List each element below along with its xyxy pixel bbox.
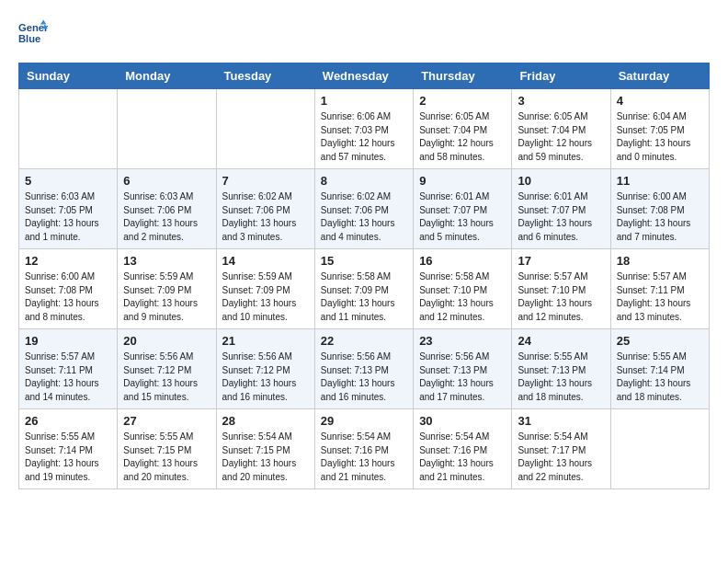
logo: General Blue	[18, 18, 55, 48]
logo-icon: General Blue	[18, 18, 48, 48]
day-number: 22	[321, 334, 407, 348]
cell-info: Sunrise: 6:03 AM Sunset: 7:05 PM Dayligh…	[25, 190, 111, 244]
cell-info: Sunrise: 6:02 AM Sunset: 7:06 PM Dayligh…	[321, 190, 407, 244]
calendar-cell: 31Sunrise: 5:54 AM Sunset: 7:17 PM Dayli…	[512, 409, 610, 489]
day-number: 16	[419, 254, 506, 268]
calendar-cell: 4Sunrise: 6:04 AM Sunset: 7:05 PM Daylig…	[610, 89, 709, 169]
calendar-cell: 17Sunrise: 5:57 AM Sunset: 7:10 PM Dayli…	[512, 249, 610, 329]
calendar-cell: 20Sunrise: 5:56 AM Sunset: 7:12 PM Dayli…	[118, 329, 216, 409]
day-number: 13	[123, 254, 210, 268]
calendar-cell: 8Sunrise: 6:02 AM Sunset: 7:06 PM Daylig…	[314, 169, 413, 249]
day-number: 7	[222, 174, 309, 188]
calendar-cell: 23Sunrise: 5:56 AM Sunset: 7:13 PM Dayli…	[414, 329, 512, 409]
cell-info: Sunrise: 5:55 AM Sunset: 7:14 PM Dayligh…	[25, 431, 111, 484]
cell-info: Sunrise: 6:06 AM Sunset: 7:03 PM Dayligh…	[321, 110, 407, 164]
day-number: 25	[617, 334, 703, 348]
cell-info: Sunrise: 6:00 AM Sunset: 7:08 PM Dayligh…	[25, 270, 111, 324]
day-number: 4	[617, 94, 703, 108]
day-number: 3	[518, 94, 604, 108]
calendar-week-row: 5Sunrise: 6:03 AM Sunset: 7:05 PM Daylig…	[19, 169, 710, 249]
weekday-header: Monday	[118, 63, 216, 89]
day-number: 27	[123, 414, 210, 428]
cell-info: Sunrise: 5:56 AM Sunset: 7:12 PM Dayligh…	[222, 350, 309, 404]
cell-info: Sunrise: 5:56 AM Sunset: 7:12 PM Dayligh…	[123, 350, 210, 404]
cell-info: Sunrise: 5:54 AM Sunset: 7:16 PM Dayligh…	[419, 431, 506, 484]
day-number: 26	[25, 414, 111, 428]
cell-info: Sunrise: 5:56 AM Sunset: 7:13 PM Dayligh…	[321, 350, 407, 404]
day-number: 21	[222, 334, 309, 348]
calendar-cell: 6Sunrise: 6:03 AM Sunset: 7:06 PM Daylig…	[118, 169, 216, 249]
weekday-header: Thursday	[414, 63, 512, 89]
cell-info: Sunrise: 5:54 AM Sunset: 7:15 PM Dayligh…	[222, 431, 309, 484]
weekday-header: Saturday	[610, 63, 709, 89]
cell-info: Sunrise: 5:59 AM Sunset: 7:09 PM Dayligh…	[123, 270, 210, 324]
cell-info: Sunrise: 6:05 AM Sunset: 7:04 PM Dayligh…	[419, 110, 506, 164]
cell-info: Sunrise: 6:04 AM Sunset: 7:05 PM Dayligh…	[617, 110, 703, 164]
page-header: General Blue	[18, 18, 710, 48]
day-number: 30	[419, 414, 506, 428]
calendar-cell: 3Sunrise: 6:05 AM Sunset: 7:04 PM Daylig…	[512, 89, 610, 169]
cell-info: Sunrise: 6:01 AM Sunset: 7:07 PM Dayligh…	[518, 190, 604, 244]
day-number: 24	[518, 334, 604, 348]
calendar-cell: 19Sunrise: 5:57 AM Sunset: 7:11 PM Dayli…	[19, 329, 118, 409]
cell-info: Sunrise: 5:59 AM Sunset: 7:09 PM Dayligh…	[222, 270, 309, 324]
calendar-cell	[19, 89, 118, 169]
weekday-header: Wednesday	[314, 63, 413, 89]
calendar-cell: 16Sunrise: 5:58 AM Sunset: 7:10 PM Dayli…	[414, 249, 512, 329]
cell-info: Sunrise: 5:54 AM Sunset: 7:17 PM Dayligh…	[518, 431, 604, 484]
calendar-cell: 12Sunrise: 6:00 AM Sunset: 7:08 PM Dayli…	[19, 249, 118, 329]
day-number: 14	[222, 254, 309, 268]
day-number: 23	[419, 334, 506, 348]
calendar-cell: 10Sunrise: 6:01 AM Sunset: 7:07 PM Dayli…	[512, 169, 610, 249]
cell-info: Sunrise: 5:57 AM Sunset: 7:11 PM Dayligh…	[25, 350, 111, 404]
calendar-cell: 11Sunrise: 6:00 AM Sunset: 7:08 PM Dayli…	[610, 169, 709, 249]
cell-info: Sunrise: 6:00 AM Sunset: 7:08 PM Dayligh…	[617, 190, 703, 244]
calendar-cell: 14Sunrise: 5:59 AM Sunset: 7:09 PM Dayli…	[216, 249, 314, 329]
calendar-cell: 18Sunrise: 5:57 AM Sunset: 7:11 PM Dayli…	[610, 249, 709, 329]
calendar-header-row: SundayMondayTuesdayWednesdayThursdayFrid…	[19, 63, 710, 89]
svg-text:Blue: Blue	[18, 33, 40, 44]
day-number: 20	[123, 334, 210, 348]
cell-info: Sunrise: 6:05 AM Sunset: 7:04 PM Dayligh…	[518, 110, 604, 164]
calendar-cell: 26Sunrise: 5:55 AM Sunset: 7:14 PM Dayli…	[19, 409, 118, 489]
calendar-cell: 29Sunrise: 5:54 AM Sunset: 7:16 PM Dayli…	[314, 409, 413, 489]
calendar-table: SundayMondayTuesdayWednesdayThursdayFrid…	[18, 63, 710, 489]
day-number: 5	[25, 174, 111, 188]
calendar-cell: 28Sunrise: 5:54 AM Sunset: 7:15 PM Dayli…	[216, 409, 314, 489]
calendar-cell: 2Sunrise: 6:05 AM Sunset: 7:04 PM Daylig…	[414, 89, 512, 169]
day-number: 28	[222, 414, 309, 428]
cell-info: Sunrise: 6:03 AM Sunset: 7:06 PM Dayligh…	[123, 190, 210, 244]
cell-info: Sunrise: 5:54 AM Sunset: 7:16 PM Dayligh…	[321, 431, 407, 484]
calendar-cell: 1Sunrise: 6:06 AM Sunset: 7:03 PM Daylig…	[314, 89, 413, 169]
calendar-week-row: 12Sunrise: 6:00 AM Sunset: 7:08 PM Dayli…	[19, 249, 710, 329]
calendar-cell: 9Sunrise: 6:01 AM Sunset: 7:07 PM Daylig…	[414, 169, 512, 249]
calendar-cell	[216, 89, 314, 169]
calendar-cell: 25Sunrise: 5:55 AM Sunset: 7:14 PM Dayli…	[610, 329, 709, 409]
day-number: 18	[617, 254, 703, 268]
day-number: 9	[419, 174, 506, 188]
cell-info: Sunrise: 5:57 AM Sunset: 7:10 PM Dayligh…	[518, 270, 604, 324]
calendar-cell	[610, 409, 709, 489]
day-number: 15	[321, 254, 407, 268]
day-number: 12	[25, 254, 111, 268]
calendar-cell: 30Sunrise: 5:54 AM Sunset: 7:16 PM Dayli…	[414, 409, 512, 489]
calendar-cell: 5Sunrise: 6:03 AM Sunset: 7:05 PM Daylig…	[19, 169, 118, 249]
cell-info: Sunrise: 5:55 AM Sunset: 7:14 PM Dayligh…	[617, 350, 703, 404]
day-number: 11	[617, 174, 703, 188]
cell-info: Sunrise: 5:55 AM Sunset: 7:13 PM Dayligh…	[518, 350, 604, 404]
weekday-header: Friday	[512, 63, 610, 89]
day-number: 8	[321, 174, 407, 188]
cell-info: Sunrise: 5:57 AM Sunset: 7:11 PM Dayligh…	[617, 270, 703, 324]
day-number: 2	[419, 94, 506, 108]
calendar-cell: 24Sunrise: 5:55 AM Sunset: 7:13 PM Dayli…	[512, 329, 610, 409]
day-number: 19	[25, 334, 111, 348]
calendar-cell	[118, 89, 216, 169]
calendar-cell: 13Sunrise: 5:59 AM Sunset: 7:09 PM Dayli…	[118, 249, 216, 329]
cell-info: Sunrise: 5:56 AM Sunset: 7:13 PM Dayligh…	[419, 350, 506, 404]
cell-info: Sunrise: 5:58 AM Sunset: 7:09 PM Dayligh…	[321, 270, 407, 324]
day-number: 10	[518, 174, 604, 188]
day-number: 17	[518, 254, 604, 268]
cell-info: Sunrise: 5:58 AM Sunset: 7:10 PM Dayligh…	[419, 270, 506, 324]
day-number: 31	[518, 414, 604, 428]
calendar-cell: 22Sunrise: 5:56 AM Sunset: 7:13 PM Dayli…	[314, 329, 413, 409]
